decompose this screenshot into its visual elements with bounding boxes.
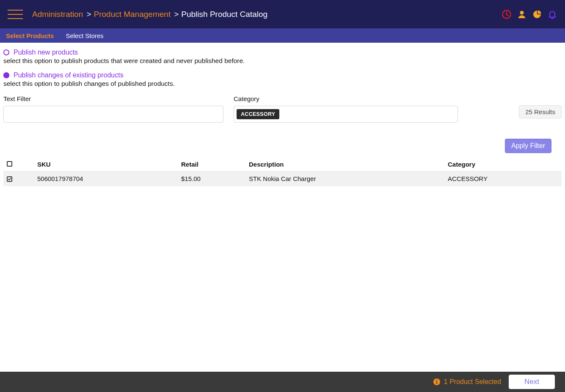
category-input[interactable]: ACCESSORY	[234, 106, 458, 123]
radio-icon[interactable]	[3, 72, 9, 78]
option-publish-new[interactable]: Publish new products	[3, 49, 562, 56]
select-all-checkbox[interactable]	[7, 161, 12, 167]
next-button[interactable]: Next	[509, 375, 555, 389]
chevron-right-icon: >	[174, 10, 179, 19]
info-icon	[433, 378, 441, 386]
breadcrumb-admin[interactable]: Administration	[32, 10, 83, 19]
breadcrumb-product-management[interactable]: Product Management	[94, 10, 171, 19]
option-description: select this option to publish products t…	[3, 57, 562, 65]
tab-select-stores[interactable]: Select Stores	[66, 32, 103, 39]
text-filter-label: Text Filter	[3, 95, 223, 102]
category-label: Category	[234, 95, 458, 102]
option-publish-existing[interactable]: Publish changes of existing products	[3, 71, 562, 79]
app-header: Administration > Product Management > Pu…	[0, 0, 565, 28]
col-description: Description	[249, 161, 448, 168]
option-label[interactable]: Publish changes of existing products	[14, 71, 124, 79]
footer-bar: 1 Product Selected Next	[0, 372, 565, 392]
cell-category: ACCESSORY	[448, 175, 559, 182]
col-sku: SKU	[37, 161, 181, 168]
page-title: Publish Product Catalog	[181, 10, 267, 19]
text-filter-input[interactable]	[3, 106, 223, 123]
cell-sku: 5060017978704	[37, 175, 181, 182]
menu-icon[interactable]	[8, 10, 23, 19]
svg-rect-4	[436, 380, 437, 381]
col-retail: Retail	[181, 161, 249, 168]
table-header-row: SKU Retail Description Category	[3, 157, 562, 172]
cell-retail: $15.00	[181, 175, 249, 182]
tab-select-products[interactable]: Select Products	[6, 32, 54, 39]
breadcrumb: Administration > Product Management > Pu…	[32, 10, 267, 19]
table-row[interactable]: 5060017978704 $15.00 STK Nokia Car Charg…	[3, 172, 562, 186]
selected-count: 1 Product Selected	[433, 378, 501, 386]
category-chip[interactable]: ACCESSORY	[237, 109, 279, 119]
radio-icon[interactable]	[3, 49, 9, 55]
svg-rect-3	[436, 381, 437, 384]
row-checkbox[interactable]	[7, 176, 12, 182]
option-label[interactable]: Publish new products	[14, 49, 78, 56]
col-category: Category	[448, 161, 559, 168]
header-actions	[502, 9, 557, 19]
main-content: Publish new products select this option …	[0, 43, 565, 372]
chevron-right-icon: >	[86, 10, 91, 19]
step-tabs: Select Products Select Stores	[0, 28, 565, 43]
pie-chart-icon[interactable]	[532, 9, 542, 19]
results-count-badge: 25 Results	[519, 105, 562, 118]
clock-icon[interactable]	[502, 9, 512, 19]
svg-point-1	[520, 11, 524, 14]
filter-section: Text Filter Category ACCESSORY 25 Result…	[3, 95, 562, 123]
products-table: SKU Retail Description Category 50600179…	[3, 157, 562, 186]
selected-count-text: 1 Product Selected	[444, 378, 501, 386]
cell-description: STK Nokia Car Charger	[249, 175, 448, 182]
option-description: select this option to publish changes of…	[3, 80, 562, 88]
bell-icon[interactable]	[547, 9, 557, 19]
apply-filter-button[interactable]: Apply Filter	[505, 139, 551, 153]
user-icon[interactable]	[517, 9, 527, 19]
